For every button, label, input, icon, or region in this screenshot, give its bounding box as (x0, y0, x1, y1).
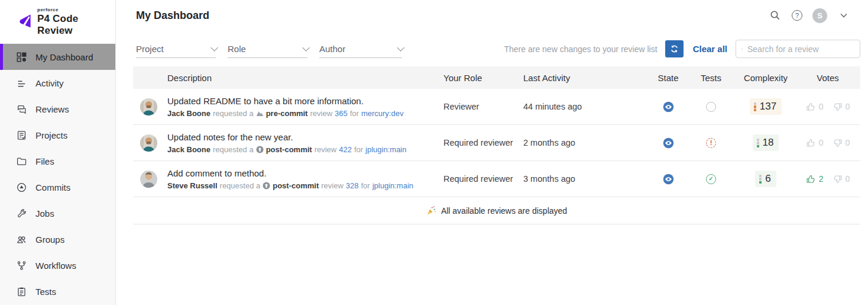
sidebar-item-activity[interactable]: Activity (0, 70, 115, 96)
needs-review-state-icon (663, 174, 674, 185)
tests-status-icon (706, 138, 716, 148)
commit-type: post-commit (266, 145, 312, 154)
review-text: review (310, 109, 332, 118)
requested-text: requested a (213, 109, 254, 118)
role-filter-label: Role (228, 44, 246, 54)
sidebar-item-workflows[interactable]: Workflows (0, 252, 115, 278)
review-author: Jack Boone (167, 145, 210, 154)
state-cell[interactable] (650, 174, 686, 185)
tests-status-icon (706, 174, 716, 184)
tests-status-icon (706, 102, 716, 112)
clear-all-button[interactable]: Clear all (693, 44, 727, 54)
sidebar-item-tests[interactable]: Tests (0, 278, 115, 304)
author-filter-label: Author (319, 44, 345, 54)
votes-cell: 2 0 (795, 174, 860, 184)
review-search-input[interactable] (747, 44, 854, 54)
author-filter-dropdown[interactable]: Author (319, 44, 402, 58)
tests-cell (686, 174, 736, 184)
for-text: for (354, 145, 363, 154)
col-header-state: State (650, 73, 686, 83)
brand-superscript: perforce (37, 7, 115, 12)
app-window: perforce P4 Code Review My Dashboard Act… (0, 0, 868, 305)
project-filter-label: Project (136, 44, 164, 54)
reviews-table: Description Your Role Last Activity Stat… (133, 66, 860, 224)
new-changes-notice: There are new changes to your review lis… (504, 44, 658, 54)
review-title: Updated notes for the new year. (167, 132, 406, 142)
chevron-down-icon[interactable] (837, 9, 850, 22)
review-row[interactable]: Updated README to have a bit more inform… (133, 89, 860, 125)
col-header-votes: Votes (795, 73, 860, 83)
vote-down[interactable]: 0 (833, 174, 850, 184)
down-count: 0 (846, 138, 850, 147)
review-id-link[interactable]: 365 (335, 109, 348, 118)
review-author: Jack Boone (167, 109, 210, 118)
sidebar-item-reviews[interactable]: Reviews (0, 96, 115, 122)
avatar (140, 171, 157, 188)
chevron-down-icon (210, 44, 218, 52)
vote-down[interactable]: 0 (833, 102, 850, 112)
refresh-button[interactable] (665, 40, 684, 57)
col-header-complexity: Complexity (736, 73, 795, 83)
commits-icon (17, 182, 27, 192)
vote-up[interactable]: 0 (806, 138, 824, 148)
requested-text: requested a (213, 145, 254, 154)
review-id-link[interactable]: 422 (339, 145, 352, 154)
complexity-value: 6 (765, 173, 770, 185)
sidebar-item-label: Tests (35, 287, 56, 297)
complexity-value: 18 (763, 137, 774, 149)
sidebar-item-label: Groups (35, 235, 64, 245)
pre-commit-icon (256, 110, 264, 117)
commit-type: pre-commit (266, 109, 308, 118)
branch-link[interactable]: jplugin:main (373, 181, 413, 190)
groups-icon (17, 235, 27, 245)
review-text: review (321, 181, 344, 190)
sidebar-item-my-dashboard[interactable]: My Dashboard (0, 44, 115, 70)
search-icon (741, 45, 743, 53)
sidebar-item-groups[interactable]: Groups (0, 226, 115, 252)
review-title: Updated README to have a bit more inform… (167, 96, 403, 106)
sidebar-item-label: Files (35, 156, 54, 166)
vote-up[interactable]: 0 (806, 102, 824, 112)
sidebar-nav: My Dashboard Activity Reviews (0, 44, 115, 304)
last-activity-cell: 44 minutes ago (523, 102, 650, 111)
tests-cell (686, 138, 736, 148)
sidebar-item-commits[interactable]: Commits (0, 174, 115, 200)
all-reviews-displayed-message: All available reviews are displayed (133, 197, 860, 224)
for-text: for (350, 109, 359, 118)
brand-logo: perforce P4 Code Review (0, 0, 115, 43)
search-icon[interactable] (769, 9, 782, 22)
sidebar-item-jobs[interactable]: Jobs (0, 200, 115, 226)
sidebar: perforce P4 Code Review My Dashboard Act… (0, 0, 116, 305)
state-cell[interactable] (650, 137, 686, 149)
sidebar-item-projects[interactable]: Projects (0, 122, 115, 148)
sidebar-item-label: Activity (35, 78, 64, 88)
vote-down[interactable]: 0 (833, 138, 850, 148)
branch-link[interactable]: jplugin:main (365, 145, 406, 154)
role-filter-dropdown[interactable]: Role (228, 44, 307, 58)
tests-icon (17, 287, 27, 297)
vote-up[interactable]: 2 (806, 174, 824, 184)
avatar (140, 98, 157, 115)
review-row[interactable]: Add comment to method. Steve Russell req… (133, 161, 860, 197)
sidebar-item-files[interactable]: Files (0, 148, 115, 174)
review-row[interactable]: Updated notes for the new year. Jack Boo… (133, 125, 860, 161)
user-avatar[interactable]: S (812, 8, 827, 23)
review-id-link[interactable]: 328 (346, 181, 359, 190)
filter-bar: Project Role Author There are new change… (116, 31, 868, 58)
page-title: My Dashboard (136, 9, 209, 22)
avatar-initial: S (817, 11, 822, 20)
files-icon (17, 156, 27, 166)
up-count: 0 (819, 138, 824, 147)
state-cell[interactable] (650, 101, 686, 113)
workflows-icon (17, 261, 27, 271)
branch-link[interactable]: mercury:dev (361, 109, 404, 118)
needs-review-state-icon (663, 137, 674, 149)
help-icon[interactable]: ? (792, 10, 802, 21)
requested-text: requested a (220, 181, 261, 190)
sidebar-item-label: Workflows (35, 261, 76, 271)
project-filter-dropdown[interactable]: Project (136, 44, 216, 58)
complexity-cell: 137 (736, 98, 795, 115)
last-activity-cell: 3 months ago (523, 174, 650, 184)
review-author: Steve Russell (167, 181, 218, 190)
your-role-cell: Required reviewer (435, 174, 523, 184)
